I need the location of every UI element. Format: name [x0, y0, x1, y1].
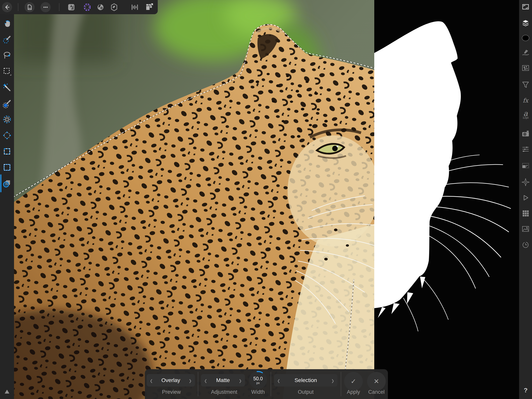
chevron-left-icon[interactable]: ‹ — [150, 375, 152, 385]
panel-play-macro[interactable] — [521, 193, 530, 202]
selection-persona-button[interactable] — [83, 3, 92, 12]
refine-selection-icon — [2, 179, 12, 188]
navigator-star-icon — [521, 178, 530, 187]
magic-wand-icon — [3, 83, 12, 92]
panel-channels[interactable] — [521, 209, 530, 218]
top-toolbar — [0, 0, 158, 14]
grid-icon — [521, 209, 530, 217]
panel-develop-sliders[interactable] — [521, 145, 530, 154]
more-button[interactable] — [40, 2, 51, 12]
panel-camera[interactable] — [521, 129, 530, 138]
liquify-persona-button[interactable] — [96, 3, 105, 12]
help-button[interactable]: ? — [519, 387, 532, 394]
export-persona-icon — [145, 3, 154, 12]
width-value: 50.0 — [249, 376, 267, 381]
preview-stepper[interactable]: ‹ Overlay › — [147, 374, 195, 386]
adjustments-icon — [521, 64, 530, 72]
adjustment-label: Adjustment — [198, 389, 250, 395]
develop-persona-button[interactable] — [110, 3, 118, 12]
chevron-right-icon[interactable]: › — [332, 375, 334, 385]
matte-mask — [374, 0, 519, 399]
refine-selection-tool[interactable] — [2, 179, 12, 188]
width-dial[interactable]: 50.0 px — [249, 371, 267, 389]
liquify-persona-icon — [96, 3, 105, 12]
output-label: Output — [271, 389, 341, 395]
brush-icon — [521, 49, 530, 57]
layers-icon — [521, 19, 530, 27]
chevron-right-icon[interactable]: › — [189, 375, 191, 385]
image-icon — [521, 225, 530, 233]
grow-shrink-icon — [3, 131, 12, 140]
edit-selection-icon — [3, 163, 12, 172]
fx-icon: fx — [523, 97, 528, 104]
close-icon: ✕ — [374, 377, 379, 385]
panel-typography[interactable]: a 12pt — [521, 110, 530, 119]
tone-mapping-persona-button[interactable] — [130, 3, 139, 12]
chevron-left-icon[interactable]: ‹ — [278, 375, 280, 385]
photo-persona-button[interactable] — [67, 3, 76, 12]
adjustment-value: Matte — [216, 377, 230, 383]
preview-label: Preview — [145, 389, 198, 395]
back-button[interactable] — [2, 2, 12, 12]
cancel-button[interactable]: ✕ — [367, 372, 386, 391]
output-value: Selection — [294, 377, 317, 383]
color-swatch-icon — [521, 34, 530, 42]
flood-selection-tool[interactable] — [2, 83, 12, 92]
back-icon — [2, 2, 12, 12]
panel-history[interactable] — [521, 240, 530, 249]
smooth-selection-icon — [3, 115, 12, 124]
selection-persona-icon — [83, 3, 92, 12]
document-button[interactable] — [25, 2, 35, 12]
hand-icon — [3, 19, 12, 28]
play-icon — [521, 194, 530, 202]
refine-brush-tool[interactable] — [2, 99, 12, 109]
chevron-left-icon[interactable]: ‹ — [204, 375, 207, 385]
panel-stock-images[interactable] — [521, 225, 530, 233]
view-tool[interactable] — [2, 19, 12, 28]
grow-shrink-selection-tool[interactable] — [2, 131, 12, 140]
apply-label: Apply — [344, 389, 363, 395]
canvas-photo[interactable] — [14, 0, 374, 399]
expand-tools-icon[interactable] — [5, 390, 9, 393]
filter-icon — [521, 80, 530, 89]
toolbar-divider — [18, 3, 18, 11]
selection-border-tool[interactable] — [2, 147, 12, 156]
toolbar-divider — [59, 3, 59, 11]
freehand-selection-tool[interactable] — [2, 50, 12, 59]
apply-button[interactable]: ✓ — [344, 372, 363, 391]
resize-icon — [521, 161, 530, 169]
adjustment-stepper[interactable]: ‹ Matte › — [201, 374, 245, 386]
smooth-selection-tool[interactable] — [2, 115, 12, 124]
panel-resize[interactable] — [521, 161, 530, 170]
panel-brushes[interactable] — [521, 48, 530, 57]
app-window: fx a 12pt — [0, 0, 532, 399]
output-stepper[interactable]: ‹ Selection › — [274, 374, 337, 386]
panel-effects[interactable]: fx — [521, 96, 530, 105]
export-persona-button[interactable] — [145, 3, 154, 12]
studio-sidebar: fx a 12pt — [519, 0, 532, 399]
panel-filters[interactable] — [521, 80, 530, 89]
develop-persona-icon — [110, 3, 118, 12]
marquee-icon — [2, 66, 12, 76]
selection-brush-tool[interactable] — [2, 35, 12, 44]
camera-icon — [521, 129, 530, 138]
panel-adjustments[interactable] — [521, 64, 530, 72]
tools-sidebar — [0, 0, 14, 399]
width-label: Width — [249, 389, 267, 395]
panel-transform[interactable] — [521, 2, 530, 11]
canvas-matte-preview[interactable] — [374, 0, 519, 399]
width-unit: px — [249, 381, 267, 385]
edit-selection-tool[interactable] — [2, 163, 12, 172]
chevron-right-icon[interactable]: › — [239, 375, 241, 385]
tone-mapping-persona-icon — [130, 3, 139, 12]
typography-size-label: 12pt — [522, 116, 528, 119]
panel-navigator[interactable] — [521, 178, 530, 187]
panel-color[interactable] — [521, 33, 530, 42]
ellipsis-icon — [40, 2, 51, 12]
lasso-icon — [3, 50, 12, 59]
marquee-selection-tool[interactable] — [2, 67, 12, 76]
checkmark-icon: ✓ — [351, 377, 356, 385]
cancel-label: Cancel — [367, 389, 386, 395]
history-clock-icon — [521, 241, 530, 249]
panel-layers[interactable] — [521, 19, 530, 28]
